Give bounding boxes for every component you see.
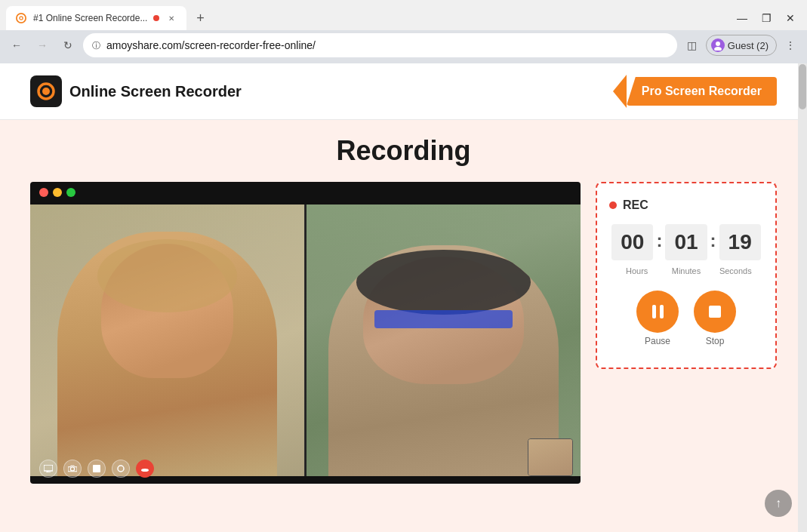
back-button[interactable]: ← — [6, 35, 27, 56]
pro-button-wrapper: Pro Screen Recorder — [627, 77, 777, 106]
scroll-to-top-button[interactable]: ↑ — [765, 490, 792, 517]
rec-label: REC — [623, 198, 648, 212]
video-ctrl-screen[interactable] — [39, 460, 57, 478]
pause-icon — [652, 305, 664, 318]
tab-close-button[interactable]: ✕ — [165, 12, 177, 24]
video-ctrl-end[interactable] — [136, 460, 154, 478]
stop-label: Stop — [706, 336, 725, 346]
browser-chrome: #1 Online Screen Recorde... ✕ + — ❐ ✕ ← … — [0, 0, 807, 63]
tab-title: #1 Online Screen Recorde... — [33, 13, 147, 23]
video-thumbnail-small — [528, 438, 573, 476]
minimize-button[interactable]: — — [732, 8, 753, 29]
rec-header: REC — [609, 198, 763, 212]
guest-icon — [713, 40, 723, 51]
person-left-hair — [97, 239, 238, 312]
pause-control-item: Pause — [636, 291, 679, 346]
stop-icon — [709, 306, 721, 318]
svg-point-2 — [20, 17, 23, 20]
forward-button[interactable]: → — [32, 35, 53, 56]
rec-card: REC 00 : 01 : 19 Hours Minutes Seconds — [596, 182, 777, 369]
maximize-button[interactable]: ❐ — [756, 8, 777, 29]
timer-hours: 00 — [611, 224, 653, 260]
pro-button-arrow — [613, 75, 627, 108]
glasses — [374, 310, 513, 328]
end-call-icon — [141, 466, 149, 472]
recording-panel: REC 00 : 01 : 19 Hours Minutes Seconds — [596, 182, 777, 378]
pause-bar-left — [652, 305, 656, 318]
logo-svg — [35, 81, 57, 102]
more-options-button[interactable]: ⋮ — [780, 35, 801, 56]
video-panel-right — [306, 204, 581, 476]
timer-display: 00 : 01 : 19 — [609, 224, 763, 260]
url-bar[interactable]: ⓘ amoyshare.com/screen-recorder-free-onl… — [83, 33, 677, 57]
timer-seconds: 19 — [719, 224, 761, 260]
video-ctrl-stop[interactable] — [88, 460, 106, 478]
recording-container: REC 00 : 01 : 19 Hours Minutes Seconds — [30, 182, 777, 484]
pause-label: Pause — [645, 336, 670, 346]
window-dot-green — [66, 188, 75, 197]
tab-recording-dot — [153, 15, 159, 21]
timer-minutes: 01 — [665, 224, 707, 260]
tab-favicon-icon — [15, 12, 27, 24]
svg-point-3 — [716, 42, 720, 46]
logo-icon — [30, 75, 62, 107]
main-area: Recording — [0, 120, 807, 499]
hours-label: Hours — [618, 266, 656, 275]
video-top-bar — [39, 188, 75, 197]
profile-label: Guest (2) — [728, 40, 768, 51]
pause-button[interactable] — [636, 291, 679, 333]
timer-controls: Pause Stop — [609, 291, 763, 346]
video-ctrl-record[interactable] — [112, 460, 130, 478]
sidebar-toggle-button[interactable]: ◫ — [682, 35, 703, 56]
video-panels — [30, 204, 581, 476]
svg-point-12 — [118, 466, 124, 472]
close-button[interactable]: ✕ — [780, 8, 801, 29]
window-dot-red — [39, 188, 48, 197]
refresh-button[interactable]: ↻ — [57, 35, 79, 56]
scrollbar[interactable] — [798, 63, 807, 532]
stop-button[interactable] — [694, 291, 736, 333]
tab-favicon-area — [15, 12, 27, 24]
pause-bar-right — [660, 305, 664, 318]
site-title: Online Screen Recorder — [69, 83, 242, 100]
person-right-hair — [356, 250, 531, 315]
stop-small-icon — [93, 465, 100, 472]
address-bar: ← → ↻ ⓘ amoyshare.com/screen-recorder-fr… — [0, 30, 807, 63]
timer-labels: Hours Minutes Seconds — [609, 266, 763, 275]
active-tab[interactable]: #1 Online Screen Recorde... ✕ — [6, 6, 186, 30]
minutes-label: Minutes — [667, 266, 705, 275]
svg-rect-7 — [44, 465, 53, 471]
timer-colon-1: : — [656, 230, 662, 251]
video-panel-left — [30, 204, 305, 476]
stop-control-item: Stop — [694, 291, 736, 346]
window-controls: — ❐ ✕ — [732, 8, 801, 29]
url-text: amoyshare.com/screen-recorder-free-onlin… — [106, 39, 668, 51]
thumbnail-image — [528, 439, 572, 475]
svg-rect-11 — [93, 465, 100, 472]
timer-colon-2: : — [710, 230, 716, 251]
window-dot-yellow — [53, 188, 62, 197]
new-tab-button[interactable]: + — [189, 8, 211, 29]
security-icon: ⓘ — [92, 40, 100, 51]
scrollbar-thumb[interactable] — [799, 64, 806, 109]
profile-avatar — [711, 38, 725, 52]
site-header: Online Screen Recorder Pro Screen Record… — [0, 63, 807, 120]
seconds-label: Seconds — [716, 266, 754, 275]
svg-point-13 — [141, 469, 149, 472]
pro-screen-recorder-button[interactable]: Pro Screen Recorder — [627, 77, 777, 106]
person-right-body — [328, 245, 559, 476]
site-logo: Online Screen Recorder — [30, 75, 242, 107]
camera-icon — [68, 465, 77, 472]
rec-indicator-dot — [609, 201, 617, 209]
svg-point-6 — [42, 88, 50, 95]
screen-icon — [44, 465, 53, 472]
record-small-icon — [117, 465, 125, 472]
tab-bar: #1 Online Screen Recorde... ✕ + — ❐ ✕ — [0, 0, 807, 30]
video-area — [30, 182, 581, 484]
profile-button[interactable]: Guest (2) — [706, 35, 777, 56]
svg-point-10 — [70, 467, 74, 471]
video-ctrl-camera[interactable] — [63, 460, 82, 478]
page-title: Recording — [30, 135, 777, 167]
page-content: Online Screen Recorder Pro Screen Record… — [0, 63, 807, 532]
browser-actions: ◫ Guest (2) ⋮ — [682, 35, 801, 56]
